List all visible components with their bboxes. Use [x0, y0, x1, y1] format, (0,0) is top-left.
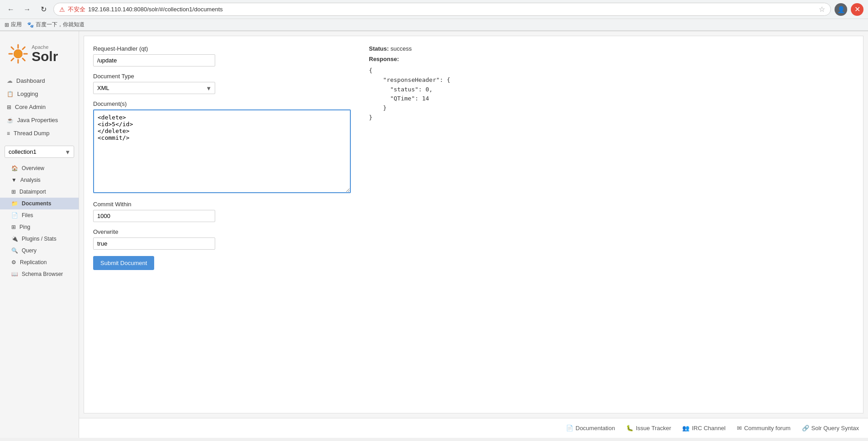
schema-browser-icon: 📖 — [11, 271, 18, 277]
issue-tracker-label: Issue Tracker — [636, 425, 671, 432]
solr-sun-icon — [7, 43, 29, 65]
close-button[interactable]: ✕ — [851, 3, 863, 16]
overview-icon: 🏠 — [11, 165, 18, 171]
status-label: Status: — [369, 45, 389, 52]
plugins-icon: 🔌 — [11, 236, 18, 242]
logging-label: Logging — [17, 90, 38, 97]
sidebar-item-files[interactable]: 📄 Files — [0, 209, 79, 221]
reload-button[interactable]: ↻ — [37, 3, 50, 16]
sidebar-item-dashboard[interactable]: ☁ Dashboard — [0, 74, 79, 87]
overview-label: Overview — [22, 165, 44, 171]
bookmark-star[interactable]: ☆ — [819, 5, 825, 14]
thread-dump-icon: ≡ — [7, 130, 10, 137]
status-success: success — [391, 45, 412, 52]
sidebar-item-dataimport[interactable]: ⊞ Dataimport — [0, 186, 79, 198]
sidebar-item-plugins-stats[interactable]: 🔌 Plugins / Stats — [0, 233, 79, 245]
request-handler-label: Request-Handler (qt) — [93, 45, 351, 52]
bookmark-apps[interactable]: ⊞ 应用 — [5, 21, 22, 28]
files-icon: 📄 — [11, 212, 18, 218]
sidebar-item-java-properties[interactable]: ☕ Java Properties — [0, 114, 79, 127]
sidebar-item-query[interactable]: 🔍 Query — [0, 245, 79, 256]
svg-line-5 — [11, 47, 14, 49]
issue-tracker-link[interactable]: 🐛 Issue Tracker — [626, 425, 671, 432]
url-text: 192.168.110.140:8080/solr/#/collection1/… — [88, 6, 223, 13]
main-content: Request-Handler (qt) Document Type XML J… — [84, 36, 863, 413]
overwrite-label: Overwrite — [93, 228, 351, 235]
browser-chrome: ← → ↻ ⚠ 不安全 192.168.110.140:8080/solr/#/… — [0, 0, 868, 31]
bookmarks-bar: ⊞ 应用 🐾 百度一下，你就知道 — [0, 19, 868, 31]
core-admin-icon: ⊞ — [7, 104, 11, 110]
query-icon: 🔍 — [11, 247, 18, 254]
baidu-icon: 🐾 — [27, 22, 34, 28]
documentation-link[interactable]: 📄 Documentation — [566, 425, 615, 432]
irc-channel-icon: 👥 — [682, 425, 689, 432]
solr-query-syntax-link[interactable]: 🔗 Solr Query Syntax — [802, 425, 859, 432]
right-panel: Request-Handler (qt) Document Type XML J… — [79, 31, 868, 438]
java-properties-label: Java Properties — [17, 117, 58, 123]
core-admin-label: Core Admin — [15, 104, 46, 110]
app-container: Apache Solr ☁ Dashboard 📋 Logging ⊞ — [0, 31, 868, 438]
overwrite-group: Overwrite — [93, 228, 351, 250]
dashboard-icon: ☁ — [7, 77, 13, 84]
issue-tracker-icon: 🐛 — [626, 425, 633, 432]
response-panel: Status: success Response: { "responseHea… — [360, 45, 854, 271]
documentation-label: Documentation — [576, 425, 615, 432]
warning-text: 不安全 — [68, 5, 85, 14]
ping-icon: ⊞ — [11, 224, 16, 230]
commit-within-input[interactable] — [93, 210, 215, 222]
document-type-select[interactable]: XML JSON CSV Document Builder — [93, 82, 215, 94]
sidebar-item-ping[interactable]: ⊞ Ping — [0, 221, 79, 233]
sidebar-item-replication[interactable]: ⚙ Replication — [0, 256, 79, 268]
community-forum-link[interactable]: ✉ Community forum — [737, 425, 791, 432]
forward-button[interactable]: → — [21, 3, 33, 16]
irc-channel-label: IRC Channel — [692, 425, 725, 432]
warning-icon: ⚠ — [59, 6, 65, 13]
documents-textarea[interactable]: <delete> <id>5</id> </delete> <commit/> — [93, 109, 351, 193]
document-type-group: Document Type XML JSON CSV Document Buil… — [93, 73, 351, 94]
schema-browser-label: Schema Browser — [22, 271, 63, 277]
dataimport-label: Dataimport — [19, 189, 46, 195]
logging-icon: 📋 — [7, 91, 14, 97]
overwrite-input[interactable] — [93, 237, 215, 250]
apps-icon: ⊞ — [5, 22, 9, 28]
request-handler-input[interactable] — [93, 54, 215, 66]
url-bar[interactable]: ⚠ 不安全 192.168.110.140:8080/solr/#/collec… — [53, 3, 831, 16]
commit-within-group: Commit Within — [93, 201, 351, 222]
request-handler-group: Request-Handler (qt) — [93, 45, 351, 66]
sidebar-item-schema-browser[interactable]: 📖 Schema Browser — [0, 268, 79, 280]
sidebar: Apache Solr ☁ Dashboard 📋 Logging ⊞ — [0, 31, 79, 438]
response-json: { "responseHeader": { "status": 0, "QTim… — [369, 66, 854, 123]
plugins-label: Plugins / Stats — [22, 236, 57, 242]
bookmark-baidu[interactable]: 🐾 百度一下，你就知道 — [27, 21, 85, 28]
solr-logo: Apache Solr — [0, 36, 79, 74]
sidebar-item-thread-dump[interactable]: ≡ Thread Dump — [0, 127, 79, 140]
document-type-label: Document Type — [93, 73, 351, 80]
documents-icon: 📁 — [11, 200, 18, 207]
logo-text: Apache Solr — [32, 44, 58, 63]
sidebar-item-overview[interactable]: 🏠 Overview — [0, 162, 79, 174]
back-button[interactable]: ← — [5, 3, 17, 16]
sidebar-item-analysis[interactable]: ▼ Analysis — [0, 174, 79, 186]
profile-avatar[interactable]: 👤 — [835, 3, 847, 16]
sidebar-item-logging[interactable]: 📋 Logging — [0, 87, 79, 100]
files-label: Files — [22, 212, 33, 218]
analysis-label: Analysis — [20, 177, 41, 183]
documents-group: Document(s) <delete> <id>5</id> </delete… — [93, 100, 351, 194]
sidebar-item-documents[interactable]: 📁 Documents — [0, 198, 79, 209]
thread-dump-label: Thread Dump — [14, 130, 49, 137]
query-label: Query — [22, 247, 37, 254]
documents-label: Documents — [22, 200, 51, 207]
collection-select[interactable]: collection1 — [5, 146, 74, 158]
solr-query-syntax-icon: 🔗 — [802, 425, 809, 432]
solr-label: Solr — [32, 50, 58, 63]
content-wrapper: Request-Handler (qt) Document Type XML J… — [93, 45, 854, 271]
documents-label: Document(s) — [93, 100, 351, 107]
dataimport-icon: ⊞ — [11, 189, 16, 195]
response-label: Response: — [369, 56, 854, 62]
sidebar-main-menu: ☁ Dashboard 📋 Logging ⊞ Core Admin ☕ — [0, 74, 79, 140]
submit-document-button[interactable]: Submit Document — [93, 256, 154, 270]
replication-label: Replication — [20, 259, 47, 266]
irc-channel-link[interactable]: 👥 IRC Channel — [682, 425, 725, 432]
collection-submenu: 🏠 Overview ▼ Analysis ⊞ Dataimport 📁 — [0, 162, 79, 280]
sidebar-item-core-admin[interactable]: ⊞ Core Admin — [0, 100, 79, 114]
